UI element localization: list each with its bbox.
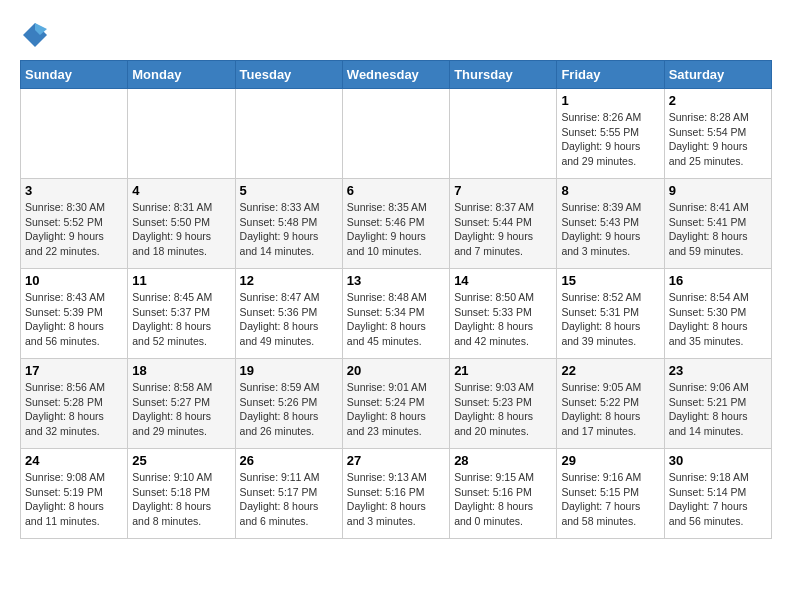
day-number: 2 [669, 93, 767, 108]
day-info: Sunrise: 8:52 AMSunset: 5:31 PMDaylight:… [561, 290, 659, 349]
calendar-cell [450, 89, 557, 179]
calendar-cell: 1Sunrise: 8:26 AMSunset: 5:55 PMDaylight… [557, 89, 664, 179]
day-number: 13 [347, 273, 445, 288]
weekday-header: Wednesday [342, 61, 449, 89]
weekday-header: Monday [128, 61, 235, 89]
day-number: 26 [240, 453, 338, 468]
calendar-cell: 8Sunrise: 8:39 AMSunset: 5:43 PMDaylight… [557, 179, 664, 269]
calendar-cell: 11Sunrise: 8:45 AMSunset: 5:37 PMDayligh… [128, 269, 235, 359]
day-info: Sunrise: 9:16 AMSunset: 5:15 PMDaylight:… [561, 470, 659, 529]
calendar-cell: 30Sunrise: 9:18 AMSunset: 5:14 PMDayligh… [664, 449, 771, 539]
calendar-week-row: 10Sunrise: 8:43 AMSunset: 5:39 PMDayligh… [21, 269, 772, 359]
calendar-cell: 22Sunrise: 9:05 AMSunset: 5:22 PMDayligh… [557, 359, 664, 449]
day-number: 24 [25, 453, 123, 468]
day-info: Sunrise: 9:08 AMSunset: 5:19 PMDaylight:… [25, 470, 123, 529]
day-number: 30 [669, 453, 767, 468]
weekday-header: Tuesday [235, 61, 342, 89]
day-info: Sunrise: 9:03 AMSunset: 5:23 PMDaylight:… [454, 380, 552, 439]
day-info: Sunrise: 8:50 AMSunset: 5:33 PMDaylight:… [454, 290, 552, 349]
logo-icon [20, 20, 50, 50]
calendar-cell: 16Sunrise: 8:54 AMSunset: 5:30 PMDayligh… [664, 269, 771, 359]
day-info: Sunrise: 8:28 AMSunset: 5:54 PMDaylight:… [669, 110, 767, 169]
calendar: SundayMondayTuesdayWednesdayThursdayFrid… [20, 60, 772, 539]
day-number: 5 [240, 183, 338, 198]
day-number: 11 [132, 273, 230, 288]
day-number: 16 [669, 273, 767, 288]
day-number: 12 [240, 273, 338, 288]
weekday-header: Sunday [21, 61, 128, 89]
weekday-row: SundayMondayTuesdayWednesdayThursdayFrid… [21, 61, 772, 89]
day-number: 23 [669, 363, 767, 378]
calendar-header: SundayMondayTuesdayWednesdayThursdayFrid… [21, 61, 772, 89]
day-number: 17 [25, 363, 123, 378]
weekday-header: Saturday [664, 61, 771, 89]
calendar-cell: 17Sunrise: 8:56 AMSunset: 5:28 PMDayligh… [21, 359, 128, 449]
day-number: 7 [454, 183, 552, 198]
day-info: Sunrise: 9:18 AMSunset: 5:14 PMDaylight:… [669, 470, 767, 529]
calendar-cell [342, 89, 449, 179]
day-number: 4 [132, 183, 230, 198]
calendar-week-row: 17Sunrise: 8:56 AMSunset: 5:28 PMDayligh… [21, 359, 772, 449]
calendar-cell: 6Sunrise: 8:35 AMSunset: 5:46 PMDaylight… [342, 179, 449, 269]
day-number: 8 [561, 183, 659, 198]
calendar-cell: 26Sunrise: 9:11 AMSunset: 5:17 PMDayligh… [235, 449, 342, 539]
calendar-cell: 10Sunrise: 8:43 AMSunset: 5:39 PMDayligh… [21, 269, 128, 359]
calendar-cell: 14Sunrise: 8:50 AMSunset: 5:33 PMDayligh… [450, 269, 557, 359]
day-info: Sunrise: 9:13 AMSunset: 5:16 PMDaylight:… [347, 470, 445, 529]
day-info: Sunrise: 8:56 AMSunset: 5:28 PMDaylight:… [25, 380, 123, 439]
day-number: 28 [454, 453, 552, 468]
day-number: 29 [561, 453, 659, 468]
calendar-cell: 18Sunrise: 8:58 AMSunset: 5:27 PMDayligh… [128, 359, 235, 449]
day-info: Sunrise: 8:31 AMSunset: 5:50 PMDaylight:… [132, 200, 230, 259]
day-info: Sunrise: 8:54 AMSunset: 5:30 PMDaylight:… [669, 290, 767, 349]
calendar-cell: 7Sunrise: 8:37 AMSunset: 5:44 PMDaylight… [450, 179, 557, 269]
calendar-cell: 4Sunrise: 8:31 AMSunset: 5:50 PMDaylight… [128, 179, 235, 269]
day-info: Sunrise: 9:15 AMSunset: 5:16 PMDaylight:… [454, 470, 552, 529]
day-info: Sunrise: 9:06 AMSunset: 5:21 PMDaylight:… [669, 380, 767, 439]
calendar-cell: 13Sunrise: 8:48 AMSunset: 5:34 PMDayligh… [342, 269, 449, 359]
day-info: Sunrise: 8:37 AMSunset: 5:44 PMDaylight:… [454, 200, 552, 259]
day-number: 14 [454, 273, 552, 288]
day-info: Sunrise: 8:43 AMSunset: 5:39 PMDaylight:… [25, 290, 123, 349]
day-number: 27 [347, 453, 445, 468]
weekday-header: Friday [557, 61, 664, 89]
calendar-cell: 24Sunrise: 9:08 AMSunset: 5:19 PMDayligh… [21, 449, 128, 539]
day-number: 25 [132, 453, 230, 468]
calendar-cell: 28Sunrise: 9:15 AMSunset: 5:16 PMDayligh… [450, 449, 557, 539]
calendar-week-row: 3Sunrise: 8:30 AMSunset: 5:52 PMDaylight… [21, 179, 772, 269]
calendar-cell [21, 89, 128, 179]
calendar-week-row: 1Sunrise: 8:26 AMSunset: 5:55 PMDaylight… [21, 89, 772, 179]
day-info: Sunrise: 9:10 AMSunset: 5:18 PMDaylight:… [132, 470, 230, 529]
day-info: Sunrise: 8:35 AMSunset: 5:46 PMDaylight:… [347, 200, 445, 259]
logo [20, 20, 52, 50]
day-number: 9 [669, 183, 767, 198]
calendar-cell: 25Sunrise: 9:10 AMSunset: 5:18 PMDayligh… [128, 449, 235, 539]
day-info: Sunrise: 8:39 AMSunset: 5:43 PMDaylight:… [561, 200, 659, 259]
day-number: 22 [561, 363, 659, 378]
day-info: Sunrise: 8:47 AMSunset: 5:36 PMDaylight:… [240, 290, 338, 349]
day-number: 10 [25, 273, 123, 288]
calendar-cell: 3Sunrise: 8:30 AMSunset: 5:52 PMDaylight… [21, 179, 128, 269]
calendar-cell: 23Sunrise: 9:06 AMSunset: 5:21 PMDayligh… [664, 359, 771, 449]
day-info: Sunrise: 8:33 AMSunset: 5:48 PMDaylight:… [240, 200, 338, 259]
calendar-cell: 20Sunrise: 9:01 AMSunset: 5:24 PMDayligh… [342, 359, 449, 449]
weekday-header: Thursday [450, 61, 557, 89]
day-info: Sunrise: 8:41 AMSunset: 5:41 PMDaylight:… [669, 200, 767, 259]
calendar-cell: 12Sunrise: 8:47 AMSunset: 5:36 PMDayligh… [235, 269, 342, 359]
calendar-cell: 9Sunrise: 8:41 AMSunset: 5:41 PMDaylight… [664, 179, 771, 269]
page-header [20, 20, 772, 50]
day-number: 15 [561, 273, 659, 288]
day-info: Sunrise: 8:58 AMSunset: 5:27 PMDaylight:… [132, 380, 230, 439]
day-number: 3 [25, 183, 123, 198]
calendar-cell: 21Sunrise: 9:03 AMSunset: 5:23 PMDayligh… [450, 359, 557, 449]
day-number: 18 [132, 363, 230, 378]
day-number: 20 [347, 363, 445, 378]
day-number: 6 [347, 183, 445, 198]
calendar-cell: 2Sunrise: 8:28 AMSunset: 5:54 PMDaylight… [664, 89, 771, 179]
day-info: Sunrise: 9:01 AMSunset: 5:24 PMDaylight:… [347, 380, 445, 439]
day-info: Sunrise: 8:45 AMSunset: 5:37 PMDaylight:… [132, 290, 230, 349]
day-info: Sunrise: 8:59 AMSunset: 5:26 PMDaylight:… [240, 380, 338, 439]
calendar-cell: 15Sunrise: 8:52 AMSunset: 5:31 PMDayligh… [557, 269, 664, 359]
calendar-cell: 19Sunrise: 8:59 AMSunset: 5:26 PMDayligh… [235, 359, 342, 449]
day-info: Sunrise: 8:30 AMSunset: 5:52 PMDaylight:… [25, 200, 123, 259]
